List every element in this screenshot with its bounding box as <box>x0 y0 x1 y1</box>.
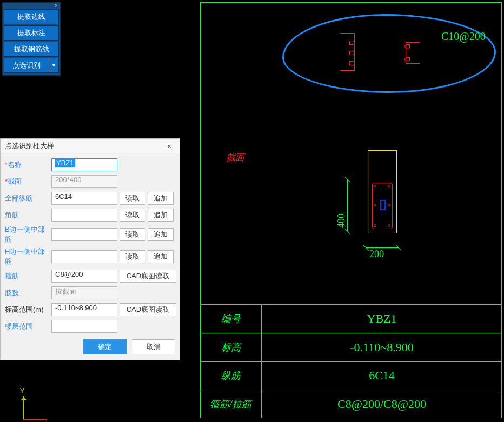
table-row: 标高 -0.110~8.900 <box>200 333 502 361</box>
recognition-toolbar: × 提取边线 提取标注 提取钢筋线 点选识别 ▼ <box>2 2 61 76</box>
label-section: *截面 <box>4 177 51 186</box>
center-link <box>380 200 386 210</box>
dialog-titlebar[interactable]: 点选识别柱大样 × <box>1 139 180 153</box>
dialog-body: *名称 YBZ1 *截面 200*400 全部纵筋 6C14 读取 追加 角筋 … <box>1 153 180 338</box>
label-b-side: B边一侧中部筋 <box>4 225 51 244</box>
hook-clip <box>349 41 355 45</box>
elev-range-input[interactable]: -0.110~8.900 <box>51 303 117 316</box>
chevron-down-icon[interactable]: ▼ <box>49 58 58 72</box>
axis-y-icon <box>23 396 24 419</box>
cad-read-button[interactable]: CAD底图读取 <box>120 303 176 316</box>
floor-range-input[interactable] <box>51 320 117 333</box>
button-label: 点选识别 <box>12 61 41 70</box>
add-button[interactable]: 追加 <box>148 250 174 263</box>
hook-clip <box>349 51 355 55</box>
dimension-vertical-text: 400 <box>336 213 347 228</box>
close-icon[interactable]: × <box>54 3 59 8</box>
table-value: YBZ1 <box>262 305 502 333</box>
table-label: 箍筋/拉筋 <box>200 390 262 418</box>
corner-input[interactable] <box>51 209 117 222</box>
label-h-side: H边一侧中部筋 <box>4 247 51 266</box>
h-side-input[interactable] <box>51 250 117 263</box>
b-side-input[interactable] <box>51 228 117 241</box>
rebar-dot <box>388 204 390 206</box>
hook-clip <box>404 44 410 48</box>
limbs-input: 按截面 <box>51 286 117 299</box>
all-bars-input[interactable]: 6C14 <box>51 192 117 205</box>
label-stirrup: 箍筋 <box>4 271 51 281</box>
point-select-recognize-button[interactable]: 点选识别 ▼ <box>4 58 59 73</box>
cancel-button[interactable]: 取消 <box>132 339 175 354</box>
ok-button[interactable]: 确定 <box>83 339 127 354</box>
stirrup-input[interactable]: C8@200 <box>51 270 117 283</box>
label-corner: 角筋 <box>4 210 51 220</box>
read-button[interactable]: 读取 <box>120 209 145 222</box>
info-table: 编号 YBZ1 标高 -0.110~8.900 纵筋 6C14 箍筋/拉筋 C8… <box>200 304 502 418</box>
add-button[interactable]: 追加 <box>148 192 174 205</box>
extract-annotation-button[interactable]: 提取标注 <box>4 25 59 41</box>
dimension-horizontal-line <box>366 247 399 248</box>
axis-x-icon <box>23 419 47 420</box>
dimension-horizontal-text: 200 <box>369 249 384 260</box>
table-label: 标高 <box>200 333 262 361</box>
table-value: C8@200/C8@200 <box>262 390 502 418</box>
annotation-circle <box>282 14 496 93</box>
dialog-title: 点选识别柱大样 <box>5 141 54 151</box>
extract-rebar-line-button[interactable]: 提取钢筋线 <box>4 42 59 57</box>
read-button[interactable]: 读取 <box>120 250 145 263</box>
table-row: 编号 YBZ1 <box>200 304 502 333</box>
rebar-spec-text: C10@200 <box>441 30 486 43</box>
table-label: 编号 <box>200 305 262 333</box>
table-row: 箍筋/拉筋 C8@200/C8@200 <box>200 390 502 418</box>
add-button[interactable]: 追加 <box>148 228 174 241</box>
label-elev-range: 标高范围(m) <box>4 305 51 314</box>
column-detail-dialog: 点选识别柱大样 × *名称 YBZ1 *截面 200*400 全部纵筋 6C14… <box>0 138 180 360</box>
hook-clip <box>404 57 410 61</box>
axis-y-label: Y <box>19 386 25 395</box>
label-limbs: 肢数 <box>4 288 51 298</box>
rebar-dot <box>374 204 376 206</box>
extract-edge-button[interactable]: 提取边线 <box>4 9 59 24</box>
close-icon[interactable]: × <box>163 142 175 150</box>
section-input: 200*400 <box>51 175 117 188</box>
table-value: -0.110~8.900 <box>262 333 502 361</box>
rebar-dot <box>388 224 390 227</box>
table-value: 6C14 <box>262 362 502 390</box>
label-name: *名称 <box>4 160 51 170</box>
rebar-dot <box>374 185 376 187</box>
table-label: 纵筋 <box>200 362 262 390</box>
label-floor-range: 楼层范围 <box>4 321 51 331</box>
read-button[interactable]: 读取 <box>120 192 145 205</box>
dimension-vertical-line <box>347 179 348 231</box>
rebar-dot <box>374 224 376 227</box>
read-button[interactable]: 读取 <box>120 228 145 241</box>
section-side-label: 截面 <box>226 151 244 164</box>
table-row: 纵筋 6C14 <box>200 361 502 390</box>
add-button[interactable]: 追加 <box>148 209 174 222</box>
label-all-bars: 全部纵筋 <box>4 193 51 203</box>
name-input[interactable]: YBZ1 <box>51 158 117 171</box>
toolbar-header: × <box>3 3 60 8</box>
dialog-footer: 确定 取消 <box>1 338 180 360</box>
hook-clip <box>349 61 355 65</box>
rebar-dot <box>388 185 390 187</box>
cad-read-button[interactable]: CAD底图读取 <box>120 270 176 283</box>
